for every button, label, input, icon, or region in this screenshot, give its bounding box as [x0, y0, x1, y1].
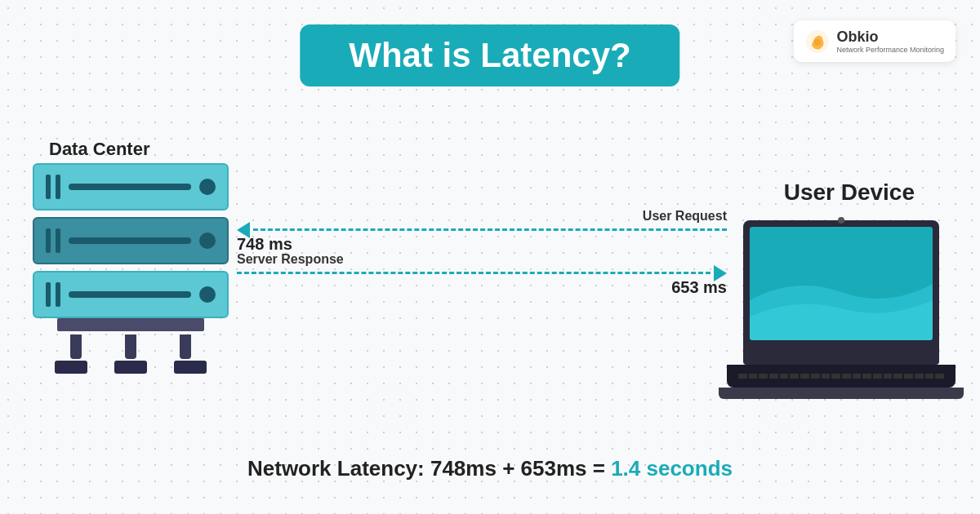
- server-response-row: Server Response 653 ms: [237, 272, 727, 274]
- stand-foot: [174, 361, 207, 374]
- server-circle: [199, 286, 216, 303]
- user-request-time: 748 ms: [237, 235, 292, 254]
- logo-text: Obkio Network Performance Monitoring: [836, 29, 944, 54]
- server-response-arrow: [237, 272, 727, 274]
- laptop-bottom: [719, 388, 964, 399]
- page-title: What is Latency?: [349, 36, 630, 74]
- dashed-line-request: [253, 228, 727, 231]
- user-request-row: User Request 748 ms: [237, 228, 727, 231]
- server-circle: [199, 179, 216, 195]
- key: [935, 374, 944, 379]
- laptop: [743, 220, 939, 399]
- server-circle: [199, 233, 216, 249]
- key: [738, 374, 747, 379]
- screen-wave: [750, 227, 933, 340]
- stand-foot: [114, 361, 147, 374]
- key: [893, 374, 902, 379]
- key: [873, 374, 882, 379]
- key: [904, 374, 913, 379]
- key: [811, 374, 820, 379]
- server-rect: [46, 228, 51, 253]
- arrows-area: User Request 748 ms Server Response 653 …: [237, 228, 727, 274]
- key: [842, 374, 851, 379]
- user-request-arrow: [237, 228, 727, 231]
- key: [759, 374, 768, 379]
- server-indicator-1: [46, 175, 60, 199]
- latency-text-plain: Network Latency: 748ms + 653ms =: [247, 456, 611, 481]
- logo-name: Obkio: [836, 29, 944, 46]
- server-rect: [46, 175, 51, 199]
- user-request-label: User Request: [643, 209, 727, 224]
- key: [862, 374, 871, 379]
- title-banner: What is Latency?: [300, 24, 679, 86]
- stand-leg: [125, 335, 136, 359]
- key: [790, 374, 799, 379]
- server-rect: [56, 228, 60, 253]
- laptop-screen-outer: [743, 220, 939, 347]
- laptop-base: [743, 347, 939, 365]
- server-response-label: Server Response: [237, 252, 344, 267]
- server-unit-3: [33, 271, 229, 318]
- stand-feet: [41, 361, 220, 374]
- stand-leg: [180, 335, 191, 359]
- key: [831, 374, 840, 379]
- key: [884, 374, 893, 379]
- laptop-screen: [750, 227, 933, 340]
- server-indicator-3: [46, 282, 60, 307]
- server-rect: [56, 282, 60, 307]
- stand-trunk: [57, 318, 204, 331]
- server-rect: [46, 282, 51, 307]
- server-stack: [33, 163, 229, 325]
- stand-legs: [49, 335, 212, 359]
- latency-footer: Network Latency: 748ms + 653ms = 1.4 sec…: [0, 456, 980, 481]
- key: [800, 374, 809, 379]
- key: [749, 374, 758, 379]
- key: [915, 374, 924, 379]
- key: [780, 374, 789, 379]
- server-unit-1: [33, 163, 229, 210]
- key: [822, 374, 831, 379]
- main-content: What is Latency? Obkio Network Performan…: [0, 0, 980, 514]
- stand-leg: [70, 335, 82, 359]
- laptop-camera: [838, 217, 844, 224]
- logo-box: Obkio Network Performance Monitoring: [794, 20, 956, 62]
- data-center-label: Data Center: [49, 139, 149, 160]
- user-device-label: User Device: [784, 179, 915, 206]
- server-line: [69, 291, 191, 298]
- server-rect: [56, 175, 60, 199]
- key: [853, 374, 862, 379]
- server-line: [69, 237, 191, 244]
- svg-point-1: [814, 39, 821, 46]
- key: [925, 374, 934, 379]
- dashed-line-response: [237, 272, 710, 274]
- obkio-logo-icon: [805, 29, 830, 54]
- server-unit-2: [33, 217, 229, 264]
- logo-subtitle: Network Performance Monitoring: [836, 46, 944, 54]
- server-indicator-2: [46, 228, 60, 253]
- server-response-time: 653 ms: [671, 278, 727, 297]
- key: [769, 374, 778, 379]
- laptop-keyboard: [727, 365, 956, 388]
- latency-text-highlight: 1.4 seconds: [611, 456, 733, 481]
- stand-foot: [55, 361, 87, 374]
- server-line: [69, 184, 191, 190]
- server-stand: [33, 318, 229, 374]
- keyboard-keys: [738, 374, 944, 379]
